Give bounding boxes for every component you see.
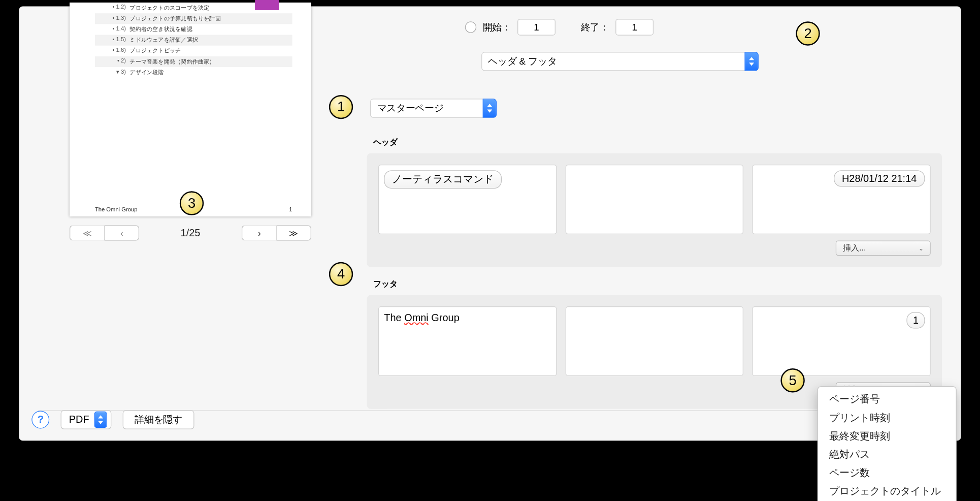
header-panel: ノーティラスコマンド H28/01/12 21:14 挿入... ⌄ xyxy=(367,153,942,267)
outline-text: デザイン段階 xyxy=(129,69,292,77)
callout-1: 1 xyxy=(329,95,353,119)
outline-number: ▾ 3) xyxy=(95,69,130,75)
outline-row: • 1.5)ミドルウェアを評価／選択 xyxy=(95,35,292,46)
footer-section-title: フッタ xyxy=(373,278,942,290)
end-label: 終了： xyxy=(581,21,609,34)
insert-menu-item[interactable]: 絶対パス xyxy=(818,446,956,464)
chevron-updown-icon xyxy=(744,52,758,71)
footer-left-text: The Omni Group xyxy=(384,312,459,323)
outline-row: • 2)テーマ音楽を開発（契約作曲家） xyxy=(95,56,292,67)
chevron-updown-icon xyxy=(94,412,107,428)
header-section-title: ヘッダ xyxy=(373,137,942,148)
outline-number: • 1.3) xyxy=(95,15,130,21)
outline-row: • 1.3)プロジェクトの予算見積もりを計画 xyxy=(95,13,292,24)
preview-footer-right: 1 xyxy=(289,206,292,212)
outline-text: プロジェクトのスコープを決定 xyxy=(129,4,292,12)
header-right-token[interactable]: H28/01/12 21:14 xyxy=(834,170,925,186)
header-insert-label: 挿入... xyxy=(843,242,866,254)
outline-text: ミドルウェアを評価／選択 xyxy=(129,36,292,44)
callout-4: 4 xyxy=(329,262,353,286)
master-page-select-label: マスターページ xyxy=(377,102,444,114)
start-input[interactable]: 1 xyxy=(517,19,556,35)
outline-row: • 1.2)プロジェクトのスコープを決定 xyxy=(95,3,292,13)
outline-number: • 1.2) xyxy=(95,4,130,10)
hide-details-button[interactable]: 詳細を隠す xyxy=(123,410,194,429)
section-select-label: ヘッダ & フッタ xyxy=(488,55,557,68)
header-left-token[interactable]: ノーティラスコマンド xyxy=(384,170,502,189)
next-page-button[interactable]: › xyxy=(242,226,277,241)
header-insert-button[interactable]: 挿入... ⌄ xyxy=(836,240,931,256)
range-from-radio[interactable] xyxy=(465,21,476,33)
last-page-button[interactable]: ≫ xyxy=(276,226,311,241)
callout-3: 3 xyxy=(180,191,204,215)
print-dialog: • 1.2)プロジェクトのスコープを決定• 1.3)プロジェクトの予算見積もりを… xyxy=(19,6,961,441)
insert-popup-menu: ページ番号プリント時刻最終変更時刻絶対パスページ数プロジェクトのタイトル xyxy=(818,386,957,501)
callout-2: 2 xyxy=(796,21,820,45)
section-select[interactable]: ヘッダ & フッタ xyxy=(481,52,759,71)
insert-menu-item[interactable]: ページ数 xyxy=(818,464,956,482)
footer-right-token[interactable]: 1 xyxy=(907,312,925,328)
footer-center-box[interactable] xyxy=(565,306,743,376)
outline-row: ▾ 3)デザイン段階 xyxy=(95,67,292,78)
header-left-box[interactable]: ノーティラスコマンド xyxy=(378,165,557,234)
callout-5: 5 xyxy=(780,368,804,392)
insert-menu-item[interactable]: プロジェクトのタイトル xyxy=(818,482,956,500)
master-page-select[interactable]: マスターページ xyxy=(370,99,497,117)
insert-menu-item[interactable]: プリント時刻 xyxy=(818,409,956,427)
pdf-select-label: PDF xyxy=(69,414,89,425)
first-page-button[interactable]: ≪ xyxy=(70,226,105,241)
outline-row: • 1.6)プロジェクトピッチ xyxy=(95,46,292,56)
outline-text: プロジェクトの予算見積もりを計画 xyxy=(129,15,292,23)
outline-number: • 1.4) xyxy=(95,25,130,32)
outline-text: 契約者の空き状況を確認 xyxy=(129,25,292,34)
prev-page-button[interactable]: ‹ xyxy=(105,226,140,241)
footer-left-box[interactable]: The Omni Group xyxy=(378,306,557,376)
header-center-box[interactable] xyxy=(565,165,743,234)
page-indicator: 1/25 xyxy=(139,227,242,238)
footer-right-box[interactable]: 1 xyxy=(753,306,931,376)
header-right-box[interactable]: H28/01/12 21:14 xyxy=(753,165,931,234)
end-input[interactable]: 1 xyxy=(615,19,654,35)
start-label: 開始： xyxy=(483,21,511,34)
outline-row: • 1.4)契約者の空き状況を確認 xyxy=(95,24,292,35)
outline-number: • 2) xyxy=(95,57,130,64)
outline-text: プロジェクトピッチ xyxy=(129,47,292,55)
chevron-down-icon: ⌄ xyxy=(919,245,924,252)
insert-menu-item[interactable]: 最終変更時刻 xyxy=(818,427,956,446)
pdf-select[interactable]: PDF xyxy=(61,410,112,429)
help-button[interactable]: ? xyxy=(31,411,49,429)
preview-footer-left: The Omni Group xyxy=(95,206,138,212)
outline-number: • 1.5) xyxy=(95,36,130,42)
outline-number: • 1.6) xyxy=(95,47,130,53)
chevron-updown-icon xyxy=(483,99,497,117)
outline-text: テーマ音楽を開発（契約作曲家） xyxy=(129,57,292,66)
insert-menu-item[interactable]: ページ番号 xyxy=(818,391,956,409)
preview-page: • 1.2)プロジェクトのスコープを決定• 1.3)プロジェクトの予算見積もりを… xyxy=(70,3,311,216)
